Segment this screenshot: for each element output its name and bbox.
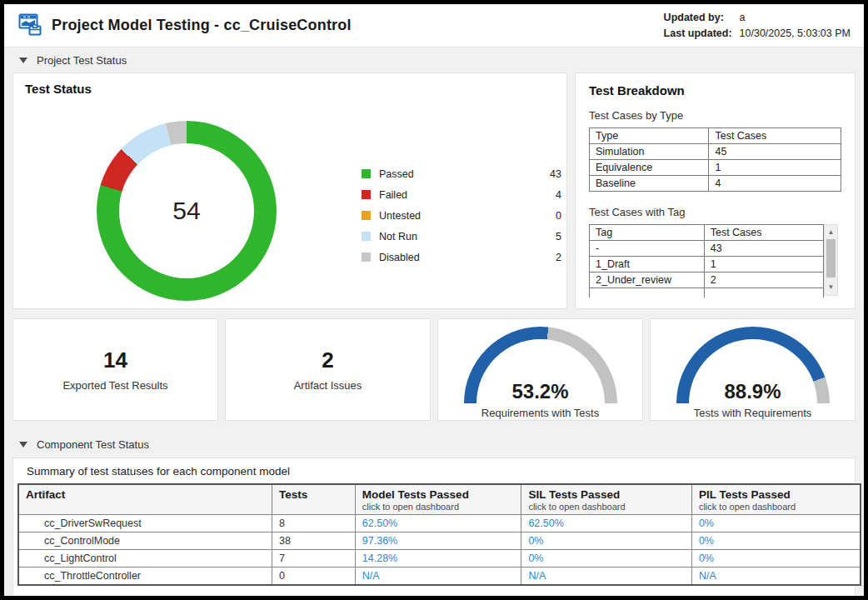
dashboard-frame: Project Model Testing - cc_CruiseControl… — [4, 4, 864, 596]
legend-value: 5 — [556, 231, 561, 242]
section-label: Component Test Status — [37, 438, 149, 451]
cell: Equivalence — [590, 160, 709, 176]
legend-swatch — [362, 211, 371, 220]
requirements-with-tests-gauge[interactable]: 53.2% — [464, 327, 617, 403]
column-sublabel: click to open dashboard — [362, 502, 515, 512]
cell: Baseline — [590, 176, 709, 192]
table-row: 1_Draft1 — [590, 257, 824, 272]
column-header-sil-tests-passed: SIL Tests Passedclick to open dashboard — [521, 484, 692, 515]
scroll-up-icon[interactable]: ▲ — [825, 228, 837, 237]
legend-value: 2 — [556, 252, 561, 263]
component-test-status-panel: Summary of test statuses for each compon… — [12, 458, 856, 596]
legend-item-not-run[interactable]: Not Run 5 — [362, 226, 561, 247]
updated-info: Updated by: a Last updated: 10/30/2025, … — [664, 10, 851, 41]
test-status-donut-chart[interactable]: 54 — [97, 121, 277, 301]
legend-item-passed[interactable]: Passed 43 — [362, 163, 561, 184]
cell: 2_Under_review — [590, 272, 705, 288]
legend-label: Disabled — [379, 252, 420, 263]
scrollbar-thumb[interactable] — [826, 239, 836, 278]
requirements-with-tests-label: Requirements with Tests — [481, 407, 599, 419]
legend-label: Not Run — [379, 231, 417, 242]
legend-label: Passed — [379, 168, 414, 180]
cell: 4 — [709, 176, 841, 192]
column-label: Artifact — [26, 488, 265, 501]
legend-swatch — [362, 232, 371, 241]
requirements-with-tests-value: 53.2% — [464, 380, 617, 403]
legend-value: 0 — [556, 210, 561, 222]
by-type-title: Test Cases by Type — [589, 109, 841, 122]
donut-hole: 54 — [119, 143, 254, 278]
test-breakdown-panel: Test Breakdown Test Cases by Type TypeTe… — [575, 72, 856, 309]
column-label: SIL Tests Passed — [528, 488, 685, 501]
pil-tests-passed-link[interactable]: N/A — [691, 568, 861, 585]
exported-test-results-card: 14 Exported Test Results — [12, 318, 218, 421]
legend-swatch — [362, 169, 371, 178]
sil-tests-passed-link[interactable]: N/A — [521, 568, 692, 585]
legend-swatch — [362, 190, 371, 199]
cell: 2 — [704, 272, 823, 288]
pil-tests-passed-link[interactable]: 0% — [691, 515, 861, 532]
updated-by-value: a — [740, 10, 851, 25]
column-label: Model Tests Passed — [362, 488, 515, 501]
tests-cell: 7 — [272, 550, 356, 568]
section-project-test-status[interactable]: Project Test Status — [4, 48, 864, 72]
legend-item-untested[interactable]: Untested 0 — [362, 205, 561, 226]
table-row: Baseline4 — [590, 176, 841, 192]
legend-item-failed[interactable]: Failed 4 — [362, 184, 561, 205]
tests-cell: 8 — [272, 515, 356, 532]
model-tests-passed-link[interactable]: 14.28% — [355, 550, 521, 568]
test-cases-with-tag-table: TagTest Cases-431_Draft12_Under_review2 — [589, 224, 824, 298]
updated-by-label: Updated by: — [664, 10, 732, 25]
component-row-cc_ControlMode: cc_ControlMode3897.36%0%0% — [18, 532, 861, 550]
section-component-test-status[interactable]: Component Test Status — [4, 432, 864, 457]
sil-tests-passed-link[interactable]: 62.50% — [521, 515, 692, 532]
model-tests-passed-link[interactable]: 62.50% — [355, 515, 521, 532]
collapse-triangle-icon[interactable] — [19, 58, 27, 63]
column-header-tests: Tests — [272, 484, 356, 515]
sil-tests-passed-link[interactable]: 0% — [521, 532, 692, 550]
table-header-row: TypeTest Cases — [590, 128, 841, 144]
artifact-issues-value: 2 — [322, 348, 333, 373]
last-updated-value: 10/30/2025, 5:03:03 PM — [740, 26, 851, 41]
pil-tests-passed-link[interactable]: 0% — [691, 532, 861, 550]
with-tag-title: Test Cases with Tag — [589, 206, 841, 218]
artifact-cell: cc_LightControl — [18, 550, 272, 568]
header-cell: Type — [590, 128, 709, 144]
cell: 45 — [709, 144, 841, 160]
exported-test-results-label: Exported Test Results — [62, 379, 167, 392]
header-cell: Test Cases — [709, 128, 841, 144]
artifact-cell: cc_ThrottleController — [18, 568, 272, 585]
legend-value: 43 — [550, 168, 561, 180]
test-status-legend: Passed 43 Failed 4 Untested 0 Not Run 5 … — [362, 163, 561, 268]
table-header-row: TagTest Cases — [590, 225, 824, 241]
cell — [704, 288, 823, 298]
column-sublabel: click to open dashboard — [528, 502, 685, 512]
header-cell: Tag — [590, 225, 705, 241]
column-header-artifact: Artifact — [18, 484, 272, 515]
pil-tests-passed-link[interactable]: 0% — [691, 550, 861, 568]
tests-cell: 38 — [272, 532, 356, 550]
component-test-table: ArtifactTestsModel Tests Passedclick to … — [17, 483, 861, 586]
legend-value: 4 — [556, 189, 561, 201]
model-tests-passed-link[interactable]: N/A — [355, 568, 521, 585]
model-tests-passed-link[interactable]: 97.36% — [355, 532, 521, 550]
tag-table-scrollbar[interactable]: ▲ ▼ — [824, 224, 838, 296]
test-breakdown-title: Test Breakdown — [589, 83, 841, 98]
column-label: Tests — [279, 488, 348, 501]
collapse-triangle-icon[interactable] — [19, 442, 27, 448]
cell: 43 — [704, 241, 823, 257]
cell — [590, 288, 705, 298]
table-row — [590, 288, 824, 298]
column-label: PIL Tests Passed — [699, 488, 853, 501]
legend-item-disabled[interactable]: Disabled 2 — [362, 247, 561, 268]
scroll-down-icon[interactable]: ▼ — [825, 283, 837, 292]
tests-with-requirements-label: Tests with Requirements — [694, 407, 812, 419]
cell: Simulation — [590, 144, 709, 160]
sil-tests-passed-link[interactable]: 0% — [521, 550, 692, 568]
tests-with-requirements-card: 88.9% Tests with Requirements — [650, 318, 856, 421]
table-row: 2_Under_review2 — [590, 272, 824, 288]
cell: 1 — [704, 257, 823, 272]
test-cases-by-type-table: TypeTest CasesSimulation45Equivalence1Ba… — [589, 128, 841, 192]
tests-with-requirements-gauge[interactable]: 88.9% — [676, 327, 830, 403]
artifact-issues-card: 2 Artifact Issues — [225, 318, 431, 421]
